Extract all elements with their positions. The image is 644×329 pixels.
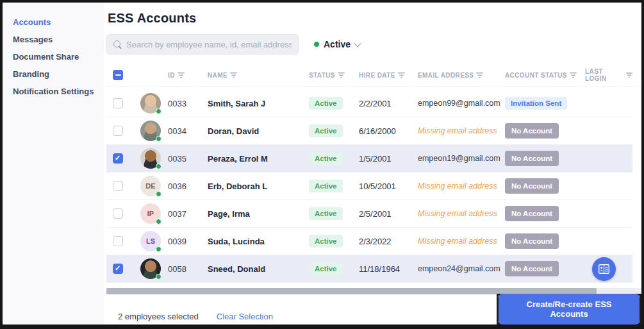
status-badge: Active (309, 97, 343, 110)
clear-selection-link[interactable]: Clear Selection (217, 312, 273, 321)
table-body: 0033 Smith, Sarah J Active 2/2/2001 empe… (106, 87, 641, 283)
presence-dot-icon (156, 108, 161, 114)
employee-name: Peraza, Errol M (208, 154, 309, 164)
status-badge: Active (309, 235, 343, 248)
column-header-id: ID (168, 72, 208, 79)
filter-icon[interactable] (338, 72, 345, 78)
employee-id: 0033 (168, 99, 208, 108)
account-status-badge: No Account (505, 261, 559, 276)
annotation-highlight-box: Create/Re-create ESS Accounts (497, 294, 641, 325)
table-row[interactable]: LS 0039 Suda, Lucinda Active 2/3/2022 Mi… (106, 228, 632, 255)
sidebar-item-notification-settings[interactable]: Notification Settings (10, 83, 104, 100)
table-row[interactable]: 0035 Peraza, Errol M Active 1/5/2001 emp… (106, 145, 632, 173)
row-checkbox[interactable] (113, 236, 123, 246)
account-status-badge: No Account (505, 233, 559, 249)
status-filter-label: Active (324, 39, 351, 49)
hire-date: 6/16/2000 (359, 126, 418, 136)
presence-dot-icon (156, 246, 161, 252)
table-header: IDNAMESTATUSHIRE DATEEMAIL ADDRESSACCOUN… (106, 63, 641, 87)
hire-date: 2/5/2001 (359, 209, 418, 219)
page-title: ESS Accounts (108, 11, 641, 26)
sidebar-item-document-share[interactable]: Document Share (10, 48, 104, 65)
email-address: Missing email address (418, 237, 505, 246)
filter-icon[interactable] (398, 72, 405, 78)
status-badge: Active (309, 180, 343, 192)
view-account-button[interactable] (592, 257, 616, 281)
filter-icon[interactable] (626, 72, 632, 78)
status-badge: Active (309, 262, 343, 275)
last-login (585, 257, 632, 281)
search-input[interactable] (126, 40, 292, 49)
active-status-dot (314, 42, 319, 47)
employee-name: Page, Irma (208, 209, 309, 219)
table-row[interactable]: 0033 Smith, Sarah J Active 2/2/2001 empe… (106, 90, 632, 117)
employee-name: Smith, Sarah J (208, 99, 309, 108)
employee-id: 0034 (168, 126, 208, 136)
hire-date: 10/5/2001 (359, 181, 418, 191)
presence-dot-icon (156, 136, 161, 142)
main-content: ESS Accounts Active IDNAMESTATUSHIRE DAT… (104, 3, 641, 325)
hire-date: 2/2/2001 (359, 99, 418, 108)
filter-icon[interactable] (476, 72, 483, 78)
employee-id: 0035 (168, 154, 208, 164)
row-checkbox[interactable] (113, 153, 123, 164)
status-badge: Active (309, 152, 343, 165)
search-row: Active (106, 34, 641, 55)
employee-id: 0036 (168, 181, 208, 191)
employee-name: Suda, Lucinda (208, 237, 309, 246)
account-status-badge: No Account (505, 178, 559, 194)
presence-dot-icon (156, 219, 161, 224)
employee-id: 0039 (168, 237, 208, 246)
table-row[interactable]: 0034 Doran, David Active 6/16/2000 Missi… (106, 117, 632, 145)
column-header-status: STATUS (309, 72, 359, 79)
row-checkbox[interactable] (113, 208, 123, 219)
table-row[interactable]: IP 0037 Page, Irma Active 2/5/2001 Missi… (106, 200, 632, 228)
employee-name: Erb, Deborah L (208, 181, 309, 191)
filter-icon[interactable] (178, 72, 185, 78)
filter-icon[interactable] (570, 72, 577, 78)
chevron-down-icon (354, 40, 361, 47)
email-address: Missing email address (418, 209, 505, 218)
account-status-badge: No Account (505, 151, 559, 166)
sidebar-item-messages[interactable]: Messages (10, 31, 104, 48)
column-header-email-address: EMAIL ADDRESS (418, 72, 505, 79)
hire-date: 1/5/2001 (359, 154, 418, 164)
column-header-last-login: LAST LOGIN (585, 68, 632, 82)
hire-date: 2/3/2022 (359, 237, 418, 246)
vertical-scrollbar-track (641, 87, 644, 283)
presence-dot-icon (156, 164, 161, 169)
filter-icon[interactable] (230, 72, 237, 78)
select-all-checkbox[interactable] (113, 70, 123, 80)
sidebar-item-branding[interactable]: Branding (10, 65, 104, 83)
table-row[interactable]: DE 0036 Erb, Deborah L Active 10/5/2001 … (106, 173, 632, 200)
sidebar-item-accounts[interactable]: Accounts (10, 13, 104, 31)
presence-dot-icon (156, 274, 161, 280)
create-ess-accounts-button[interactable]: Create/Re-create ESS Accounts (499, 294, 640, 325)
row-checkbox[interactable] (113, 181, 123, 191)
status-badge: Active (309, 207, 343, 220)
app-window: AccountsMessagesDocument ShareBrandingNo… (0, 0, 644, 329)
account-status-badge: No Account (505, 123, 559, 139)
status-filter-dropdown[interactable]: Active (314, 39, 360, 49)
row-checkbox[interactable] (113, 98, 123, 108)
employees-table: IDNAMESTATUSHIRE DATEEMAIL ADDRESSACCOUN… (106, 63, 641, 283)
account-status-badge: No Account (505, 206, 559, 221)
email-address: Missing email address (418, 126, 505, 135)
contact-card-icon (599, 264, 609, 274)
status-badge: Active (309, 124, 343, 137)
email-address: empeon19@gmail.com (418, 154, 505, 163)
row-checkbox[interactable] (113, 126, 123, 136)
employee-name: Sneed, Donald (208, 264, 309, 274)
presence-dot-icon (156, 191, 161, 197)
column-header-name: NAME (208, 72, 309, 79)
hire-date: 11/18/1964 (359, 264, 418, 274)
table-row[interactable]: 0058 Sneed, Donald Active 11/18/1964 emp… (106, 255, 632, 283)
column-header-account-status: ACCOUNT STATUS (505, 72, 585, 79)
selected-count-label: 2 employees selected (118, 312, 199, 321)
email-address: empeon24@gmail.com (418, 264, 505, 273)
employee-id: 0037 (168, 209, 208, 219)
column-header-hire-date: HIRE DATE (359, 72, 418, 79)
search-icon (113, 40, 122, 49)
row-checkbox[interactable] (113, 264, 123, 274)
employee-name: Doran, David (208, 126, 309, 136)
